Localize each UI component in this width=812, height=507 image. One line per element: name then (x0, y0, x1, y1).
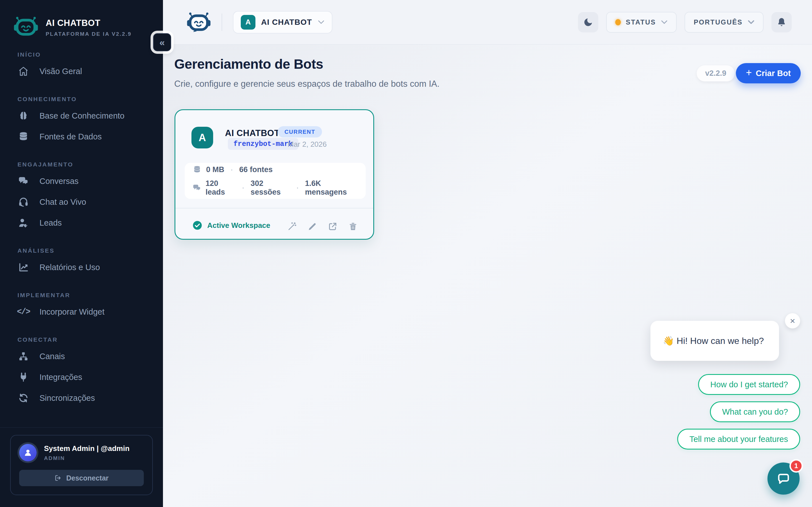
sources-value: 66 fontes (239, 165, 273, 174)
current-badge: CURRENT (278, 126, 322, 137)
chevron-down-icon (318, 20, 324, 24)
create-bot-button[interactable]: + Criar Bot (736, 63, 801, 83)
sidebar-item-label: Relatórios e Uso (40, 263, 100, 272)
active-workspace-status: Active Workspace (193, 221, 270, 230)
sitemap-icon (17, 351, 29, 362)
sidebar-logo: AI CHATBOT PLATAFORMA DE IA V2.2.9 (0, 0, 163, 37)
separator: · (229, 165, 235, 174)
sidebar: AI CHATBOT PLATAFORMA DE IA V2.2.9 INÍCI… (0, 0, 163, 507)
header-robot-logo-icon (187, 12, 211, 33)
sidebar-item-visao-geral[interactable]: Visão Geral (8, 61, 154, 82)
sidebar-item-label: Incorporar Widget (40, 307, 105, 317)
logout-icon (54, 474, 62, 482)
status-dot-icon (615, 19, 621, 25)
sidebar-nav: INÍCIO Visão Geral CONHECIMENTO Base de … (0, 51, 163, 408)
separator: · (240, 183, 246, 192)
app-title: AI CHATBOT (46, 18, 132, 28)
workspace-card[interactable]: A AI CHATBOT CURRENT frenzybot-mark Mar … (174, 109, 374, 240)
dark-mode-toggle[interactable] (578, 12, 598, 33)
leads-value: 120 leads (206, 179, 236, 196)
chat-greeting-bubble: 👋 Hi! How can we help? (651, 321, 779, 361)
chat-bubbles-icon (17, 176, 29, 186)
collapse-chevrons-icon: « (160, 37, 165, 48)
app-subtitle: PLATAFORMA DE IA V2.2.9 (46, 31, 132, 37)
section-label-conectar: CONECTAR (17, 336, 154, 343)
sidebar-item-fontes-de-dados[interactable]: Fontes de Dados (8, 126, 154, 147)
sidebar-item-label: Conversas (40, 177, 79, 186)
workspace-card-name: AI CHATBOT (225, 128, 280, 138)
language-label: PORTUGUÊS (694, 18, 743, 26)
brain-icon (17, 110, 29, 121)
messages-value: 1.6K mensagens (305, 179, 358, 196)
chevron-down-icon (661, 20, 668, 24)
sidebar-item-label: Canais (40, 352, 65, 361)
chat-suggestion-pill[interactable]: How do I get started? (698, 374, 800, 395)
trash-icon[interactable] (348, 222, 359, 232)
chat-close-button[interactable]: × (785, 313, 800, 328)
workspace-selector[interactable]: A AI CHATBOT (233, 11, 333, 34)
robot-logo-icon (13, 16, 38, 37)
sidebar-item-label: Chat ao Vivo (40, 198, 86, 207)
section-label-implementar: IMPLEMENTAR (17, 292, 154, 298)
sidebar-item-incorporar-widget[interactable]: </> Incorporar Widget (8, 301, 154, 322)
card-divider (175, 208, 373, 209)
logout-label: Desconectar (66, 474, 109, 482)
sidebar-item-label: Sincronizações (40, 393, 95, 403)
speech-bubble-icon (775, 470, 792, 487)
sessions-value: 302 sessões (251, 179, 290, 196)
home-icon (17, 66, 29, 76)
sidebar-item-label: Fontes de Dados (40, 132, 102, 142)
edit-pencil-icon[interactable] (308, 222, 318, 232)
sidebar-item-canais[interactable]: Canais (8, 346, 154, 367)
user-name: System Admin | @admin (44, 444, 130, 453)
external-link-icon[interactable] (328, 222, 339, 232)
active-workspace-label: Active Workspace (207, 221, 270, 230)
sidebar-item-leads[interactable]: Leads (8, 212, 154, 233)
close-icon: × (790, 316, 795, 326)
sidebar-item-chat-ao-vivo[interactable]: Chat ao Vivo (8, 191, 154, 212)
chat-bubbles-icon (193, 184, 201, 192)
stats-row-knowledge: 0 MB · 66 fontes (193, 165, 358, 174)
status-dropdown[interactable]: STATUS (606, 12, 677, 33)
person-icon (23, 448, 33, 457)
sidebar-item-label: Integrações (40, 373, 82, 382)
sidebar-item-label: Visão Geral (40, 67, 82, 76)
chat-suggestion-pill[interactable]: Tell me about your features (677, 429, 800, 450)
workspace-initial-badge: A (241, 15, 255, 30)
sidebar-item-integracoes[interactable]: Integrações (8, 367, 154, 388)
sidebar-item-relatorios-e-uso[interactable]: Relatórios e Uso (8, 257, 154, 278)
section-label-engajamento: ENGAJAMENTO (17, 161, 154, 168)
plug-icon (17, 372, 29, 383)
magic-wand-icon[interactable] (287, 222, 298, 232)
section-label-inicio: INÍCIO (17, 51, 154, 58)
person-tag-icon (17, 217, 29, 228)
user-card: System Admin | @admin ADMIN Desconectar (10, 435, 153, 495)
sidebar-item-conversas[interactable]: Conversas (8, 171, 154, 191)
user-section: System Admin | @admin ADMIN Desconectar (0, 427, 163, 507)
user-avatar (19, 444, 37, 461)
section-label-analises: ANÁLISES (17, 247, 154, 254)
stats-row-engagement: 120 leads · 302 sessões · 1.6K mensagens (193, 179, 358, 196)
chat-suggestion-pill[interactable]: What can you do? (710, 401, 800, 422)
sidebar-collapse-button[interactable]: « (153, 33, 171, 51)
logout-button[interactable]: Desconectar (19, 470, 144, 486)
notifications-button[interactable] (771, 12, 792, 33)
plus-icon: + (746, 67, 752, 78)
sidebar-item-label: Base de Conhecimento (40, 111, 124, 121)
storage-value: 0 MB (206, 165, 224, 174)
database-icon (17, 131, 29, 142)
database-icon (193, 165, 202, 174)
workspace-stats: 0 MB · 66 fontes 120 leads · 302 sessões… (185, 163, 366, 199)
status-label: STATUS (626, 18, 656, 26)
language-dropdown[interactable]: PORTUGUÊS (684, 12, 763, 33)
sidebar-item-base-de-conhecimento[interactable]: Base de Conhecimento (8, 105, 154, 126)
page-title: Gerenciamento de Bots (174, 56, 323, 72)
bell-icon (776, 17, 786, 27)
chat-greeting-text: 👋 Hi! How can we help? (663, 335, 764, 346)
sidebar-item-label: Leads (40, 218, 62, 228)
version-badge: v2.2.9 (697, 65, 735, 81)
check-circle-icon (193, 221, 202, 230)
workspace-date: Mar 2, 2026 (288, 140, 327, 149)
sidebar-item-sincronizacoes[interactable]: Sincronizações (8, 388, 154, 408)
section-label-conhecimento: CONHECIMENTO (17, 96, 154, 103)
